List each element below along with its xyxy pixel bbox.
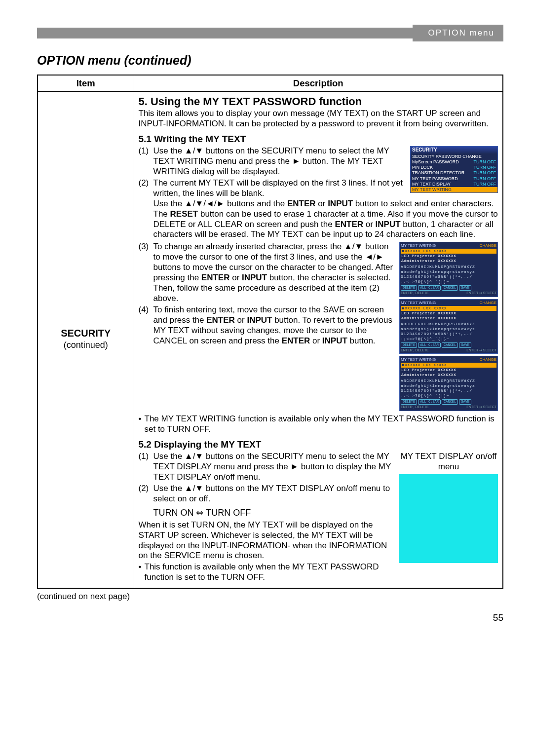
- header-bar: OPTION menu: [37, 25, 503, 44]
- char-dialog-3: MY TEXT WRITINGCHANGE ■XXXXXX LXX XXXXX …: [399, 356, 498, 411]
- page-number: 55: [37, 612, 503, 623]
- header-tab: OPTION menu: [413, 25, 503, 41]
- th-desc: Description: [134, 75, 503, 92]
- section-5-intro: This item allows you to display your own…: [139, 109, 498, 129]
- section-5-title: 5. Using the MY TEXT PASSWORD function: [139, 95, 498, 108]
- th-item: Item: [38, 75, 134, 92]
- continued-note: (continued on next page): [37, 592, 503, 602]
- note-5-1: The MY TEXT WRITING function is availabl…: [139, 414, 498, 435]
- item-name: SECURITY: [42, 327, 129, 340]
- step-5-1-2: (2) The current MY TEXT will be displaye…: [139, 178, 498, 240]
- step-5-1-3: (3) To change an already inserted charac…: [139, 242, 498, 303]
- item-cell: SECURITY (continued): [38, 92, 134, 589]
- step-5-1-1: (1) Use the ▲/▼ buttons on the SECURITY …: [139, 146, 498, 177]
- section-5-2-title: 5.2 Displaying the MY TEXT: [139, 439, 498, 450]
- desc-cell: 5. Using the MY TEXT PASSWORD function T…: [134, 92, 503, 589]
- note-5-2: This function is available only when the…: [139, 562, 498, 583]
- main-table: Item Description SECURITY (continued) 5.…: [37, 75, 503, 589]
- step-5-2-1: (1) Use the ▲/▼ buttons on the SECURITY …: [139, 452, 498, 483]
- item-sub: (continued): [42, 340, 129, 350]
- page-title: OPTION menu (continued): [37, 53, 503, 68]
- step-5-1-4: (4) To finish entering text, move the cu…: [139, 305, 498, 346]
- section-5-1-title: 5.1 Writing the MY TEXT: [139, 133, 498, 145]
- step-5-2-2: (2) Use the ▲/▼ buttons on the MY TEXT D…: [139, 484, 498, 504]
